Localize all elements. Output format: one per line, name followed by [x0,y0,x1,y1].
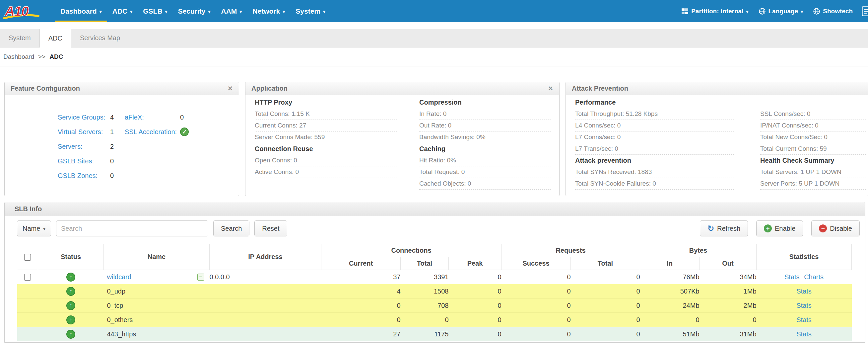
tab-adc[interactable]: ADC [39,29,71,48]
application-panel: Application ✕ HTTP Proxy Total Conns: 1.… [245,82,560,196]
stats-link[interactable]: Stats [796,316,812,323]
attack-left-column: Performance Total Throughput: 51.28 Kbps… [575,96,734,190]
col-group-bytes: Bytes [640,244,756,257]
conns-peak: 0 [449,298,501,313]
stats-link[interactable]: Stats [796,288,812,295]
search-input[interactable] [56,221,208,236]
caching-title: Caching [419,143,551,155]
status-up-icon: ↑ [66,287,75,296]
document-icon[interactable] [861,6,868,17]
name-filter-dropdown[interactable]: Name ▾ [17,221,51,236]
feature-configuration-body: Service Groups: 4 aFleX: 0 Virtual Serve… [5,95,239,183]
servers-link[interactable]: Servers: [58,143,110,150]
metric-l7-conns-sec: L7 Conns/sec: 0 [575,132,734,143]
conns-peak: 0 [449,270,501,284]
collapse-icon[interactable]: − [197,274,204,281]
a10-logo[interactable]: A10 [0,0,55,22]
aflex-value: 0 [180,114,239,121]
nav-network[interactable]: Network ▾ [247,0,290,22]
stats-link[interactable]: Stats [796,302,812,309]
showtech-button[interactable]: Showtech [813,8,853,15]
gslb-zones-link[interactable]: GSLB Zones: [58,172,110,180]
slb-info-header: SLB Info [5,202,865,216]
search-button[interactable]: Search [213,221,249,236]
bytes-out: 0 [700,313,756,327]
feature-row: GSLB Sites: 0 [5,154,239,168]
ip-address: 0.0.0.0 [210,270,321,284]
reset-button[interactable]: Reset [254,221,287,236]
nav-security[interactable]: Security ▾ [173,0,216,22]
charts-link[interactable]: Charts [804,273,824,281]
col-header-req-total: Total [571,257,640,270]
bytes-in: 76Mb [640,270,700,284]
metric-total-current-conns: Total Current Conns: 59 [760,143,866,155]
metric-cached-objects: Cached Objects: 0 [419,178,551,190]
breadcrumb-dashboard[interactable]: Dashboard [3,53,34,60]
disable-minus-icon: − [819,225,827,232]
virtual-servers-link[interactable]: Virtual Servers: [58,128,110,136]
col-group-connections: Connections [321,244,501,257]
metric-ipnat-conns-sec: IP/NAT Conns/sec: 0 [760,120,866,132]
slb-toolbar-actions: ↻ Refresh + Enable − Disable [700,221,860,236]
conns-current: 37 [321,270,401,284]
stats-link[interactable]: Stats [784,273,800,281]
panel-title: Application [251,85,287,92]
row-checkbox[interactable] [24,274,31,281]
bytes-in: 0 [640,313,700,327]
nav-adc[interactable]: ADC ▾ [107,0,138,22]
search-button-label: Search [221,225,242,232]
tab-services-map[interactable]: Services Map [71,29,129,47]
gslb-zones-value: 0 [110,172,125,180]
up-arrow-glyph: ↑ [70,331,72,337]
col-header-current: Current [321,257,401,270]
http-proxy-title: HTTP Proxy [255,96,398,108]
metric-open-conns: Open Conns: 0 [255,155,398,166]
select-all-checkbox[interactable] [24,254,31,261]
attack-prevention-panel: Attack Prevention Performance Total Thro… [565,82,868,196]
virtual-server-link[interactable]: wildcard [107,273,131,281]
port-name: 0_udp [107,288,126,295]
nav-dashboard[interactable]: Dashboard ▾ [55,0,107,22]
language-selector[interactable]: Language ▾ [758,8,803,15]
nav-gslb[interactable]: GSLB ▾ [137,0,173,22]
service-groups-link[interactable]: Service Groups: [58,114,110,121]
metric-bandwidth-savings: Bandwidth Savings: 0% [419,132,551,143]
table-row-0-others: ↑ 0_others 0 0 0 0 0 0 0 Stats [17,313,852,327]
gslb-sites-link[interactable]: GSLB Sites: [58,158,110,165]
performance-title: Performance [575,96,734,108]
req-total: 0 [571,313,640,327]
close-icon[interactable]: ✕ [548,85,553,92]
nav-aam-label: AAM [221,7,237,15]
nav-system[interactable]: System ▾ [290,0,331,22]
chevron-down-icon: ▾ [165,8,167,14]
ssl-acceleration-link[interactable]: SSL Acceleration: [125,128,180,136]
col-header-status: Status [38,244,104,270]
partition-icon [681,8,688,15]
stats-link[interactable]: Stats [796,331,812,338]
disable-button[interactable]: − Disable [811,221,860,236]
bytes-out: 34Mb [700,270,756,284]
tab-adc-label: ADC [49,34,62,42]
breadcrumb-current: ADC [50,53,63,60]
conns-current: 4 [321,284,401,298]
enable-button[interactable]: + Enable [756,221,803,236]
col-header-peak: Peak [449,257,501,270]
tab-system[interactable]: System [0,29,39,47]
metric-out-rate: Out Rate: 0 [419,120,551,132]
metric-total-servers: Total Servers: 1 UP 1 DOWN [760,166,866,178]
aflex-link[interactable]: aFleX: [125,114,180,121]
refresh-icon: ↻ [708,225,714,232]
col-header-total: Total [401,257,449,270]
feature-row: Service Groups: 4 aFleX: 0 [5,110,239,124]
req-total: 0 [571,327,640,341]
nav-aam[interactable]: AAM ▾ [216,0,247,22]
tab-system-label: System [9,34,31,42]
close-icon[interactable]: ✕ [227,85,233,92]
col-header-name: Name [104,244,210,270]
dashboard-panels: Feature Configuration ✕ Service Groups: … [0,66,868,196]
refresh-button[interactable]: ↻ Refresh [700,221,748,236]
col-header-success: Success [501,257,571,270]
metric-ssl-conns-sec: SSL Conns/sec: 0 [760,108,866,120]
partition-selector[interactable]: Partition: internal ▾ [681,8,748,15]
metric-in-rate: In Rate: 0 [419,108,551,120]
